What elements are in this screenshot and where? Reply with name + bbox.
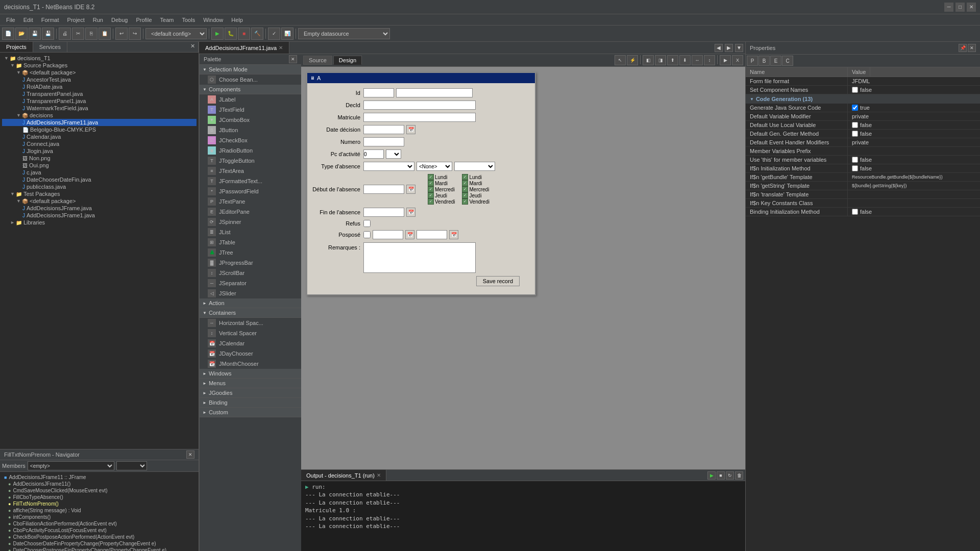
checkbox-vendredi[interactable]: ✓ (428, 198, 434, 205)
nav-item-cbopc[interactable]: ●CboPcActivityFocusLost(FocusEvent evt) (2, 527, 197, 534)
tab-close-icon[interactable]: ✕ (279, 45, 283, 51)
output-close-icon[interactable]: ✕ (377, 472, 381, 478)
prop-value-if8n-key[interactable] (848, 199, 980, 207)
members-filter[interactable]: <empty> (28, 461, 114, 470)
form-input-id1[interactable] (363, 88, 394, 97)
form-checkbox-pospose[interactable] (363, 231, 371, 238)
output-stop-btn[interactable]: ■ (717, 471, 725, 480)
form-canvas[interactable]: 🖥 A Id (301, 67, 745, 469)
nav-item-affiche[interactable]: ●affiche(String message) : Void (2, 507, 197, 514)
form-textarea-remarques[interactable] (363, 242, 476, 273)
tree-publicclass-java[interactable]: Jpublicclass.java (2, 183, 197, 190)
tree-belgolgo[interactable]: 📄Belgolgo-Blue-CMYK.EPS (2, 126, 197, 133)
output-rerun-btn[interactable]: ↻ (726, 471, 734, 480)
output-tab[interactable]: Output - decisions_T1 (run) ✕ (301, 470, 386, 481)
form-input-date-decision[interactable] (363, 125, 404, 134)
palette-item-jformattedtext[interactable]: TJFormattedText... (200, 176, 301, 186)
fin-absence-picker[interactable]: 📅 (406, 208, 415, 217)
palette-section-jgoodies[interactable]: ► JGoodies (200, 388, 301, 398)
form-input-pc-activite[interactable] (363, 149, 384, 159)
palette-section-components[interactable]: ▼ Components (200, 85, 301, 94)
menu-format[interactable]: Format (37, 16, 63, 24)
menu-debug[interactable]: Debug (107, 16, 132, 24)
prop-value-if8n-getstring[interactable]: ${bundle}.getString(${key}) (848, 182, 980, 190)
form-input-debut-absence[interactable] (363, 185, 404, 194)
tree-calendar-java[interactable]: JCalendar.java (2, 133, 197, 140)
palette-item-jtable[interactable]: ⊞JTable (200, 237, 301, 247)
menu-edit[interactable]: Edit (19, 16, 37, 24)
palette-item-jscrollbar[interactable]: ↕JScrollBar (200, 268, 301, 278)
tree-non-png[interactable]: 🖼Non.png (2, 155, 197, 162)
form-input-matricule[interactable] (363, 113, 476, 122)
menu-file[interactable]: File (2, 16, 19, 24)
palette-close[interactable]: ✕ (289, 55, 297, 63)
date-decision-picker[interactable]: 📅 (406, 125, 415, 134)
tree-addframe-java[interactable]: JAddDecisionsJFrame.java (2, 205, 197, 212)
checkbox-mardi2[interactable]: ✓ (462, 180, 468, 186)
prop-value-if8n-init[interactable]: false (848, 164, 980, 172)
tree-add-decisions[interactable]: JAddDecisionsJFrame11.java (2, 119, 197, 126)
form-input-numero[interactable] (363, 137, 404, 146)
checkbox-jeudi2[interactable]: ✓ (462, 192, 468, 198)
tree-test-packages[interactable]: ▼📁Test Packages (2, 190, 197, 197)
cut-button[interactable]: ✂ (72, 28, 84, 40)
palette-item-jpassword[interactable]: *JPasswordField (200, 186, 301, 196)
projects-tab[interactable]: Projects (0, 42, 33, 52)
props-events-btn[interactable]: E (770, 56, 781, 66)
props-properties-btn[interactable]: P (747, 56, 758, 66)
checkbox-jeudi[interactable]: ✓ (428, 192, 434, 198)
palette-item-jcombobox[interactable]: ▼JComboBox (200, 115, 301, 125)
print-button[interactable]: 🖨 (59, 28, 71, 40)
tree-transparent-java[interactable]: JTransparentPanel.java (2, 90, 197, 97)
form-input-id2[interactable] (396, 88, 473, 97)
form-input-pospose2[interactable] (416, 230, 447, 239)
tree-libraries[interactable]: ►📁Libraries (2, 219, 197, 226)
clean-build-button[interactable]: 🔨 (251, 28, 263, 40)
next-editor-button[interactable]: ▶ (725, 44, 733, 52)
tree-connect-java[interactable]: JConnect.java (2, 140, 197, 147)
prop-checkbox-set-component-names[interactable] (852, 87, 858, 93)
debut-absence-picker[interactable]: 📅 (406, 185, 415, 194)
prop-value-event-handler-mod[interactable]: private (848, 138, 980, 146)
palette-item-jbutton[interactable]: BJButton (200, 125, 301, 135)
props-binding-btn[interactable]: B (758, 56, 770, 66)
props-close-button[interactable]: ✕ (968, 44, 976, 52)
minimize-button[interactable]: ─ (944, 3, 953, 12)
form-select-type-absence3[interactable] (454, 162, 495, 171)
form-select-type-absence2[interactable]: <None> (416, 162, 452, 171)
palette-item-jtree[interactable]: 🌲JTree (200, 247, 301, 258)
menu-window[interactable]: Window (199, 16, 227, 24)
palette-section-binding[interactable]: ► Binding (200, 398, 301, 408)
palette-item-jmonthchooser[interactable]: 📆JMonthChooser (200, 359, 301, 369)
menu-team[interactable]: Team (156, 16, 178, 24)
palette-section-containers[interactable]: ▼ Containers (200, 308, 301, 318)
palette-item-jlabel[interactable]: AJLabel (200, 94, 301, 105)
output-run-btn[interactable]: ▶ (707, 471, 716, 480)
connect-tool[interactable]: ⚡ (627, 55, 638, 65)
form-select-pc-activite[interactable] (386, 149, 401, 159)
palette-item-jdaychooser[interactable]: 📆JDayChooser (200, 348, 301, 359)
checkbox-lundi[interactable]: ✓ (428, 174, 434, 180)
open-button[interactable]: 📂 (15, 28, 28, 40)
palette-item-jeditorpane[interactable]: EJEditorPane (200, 207, 301, 217)
pospose-picker1[interactable]: 📅 (405, 230, 414, 239)
prop-value-default-var-modifier[interactable]: private (848, 112, 980, 120)
palette-section-selection[interactable]: ▼ Selection Mode (200, 65, 301, 74)
checkbox-mardi[interactable]: ✓ (428, 180, 434, 186)
redo-button[interactable]: ↪ (129, 28, 141, 40)
menu-help[interactable]: Help (227, 16, 247, 24)
form-input-pospose1[interactable] (373, 230, 403, 239)
center-v[interactable]: ↕ (704, 55, 715, 65)
tree-source-packages[interactable]: ▼📁Source Packages (2, 62, 197, 69)
prop-checkbox-default-gen-getter[interactable] (852, 131, 858, 137)
palette-item-vspacer[interactable]: ↕Vertical Spacer (200, 328, 301, 338)
palette-item-jseparator[interactable]: ─JSeparator (200, 278, 301, 288)
test-button[interactable]: ✓ (268, 28, 280, 40)
prop-value-use-this[interactable]: false (848, 156, 980, 164)
palette-item-hspacer[interactable]: ↔Horizontal Spac... (200, 318, 301, 328)
run-button[interactable]: ▶ (211, 28, 224, 40)
menu-run[interactable]: Run (89, 16, 107, 24)
tree-oui-png[interactable]: 🖼Oui.png (2, 162, 197, 169)
form-input-decid[interactable] (363, 101, 476, 110)
form-input-fin-absence[interactable] (363, 208, 404, 217)
